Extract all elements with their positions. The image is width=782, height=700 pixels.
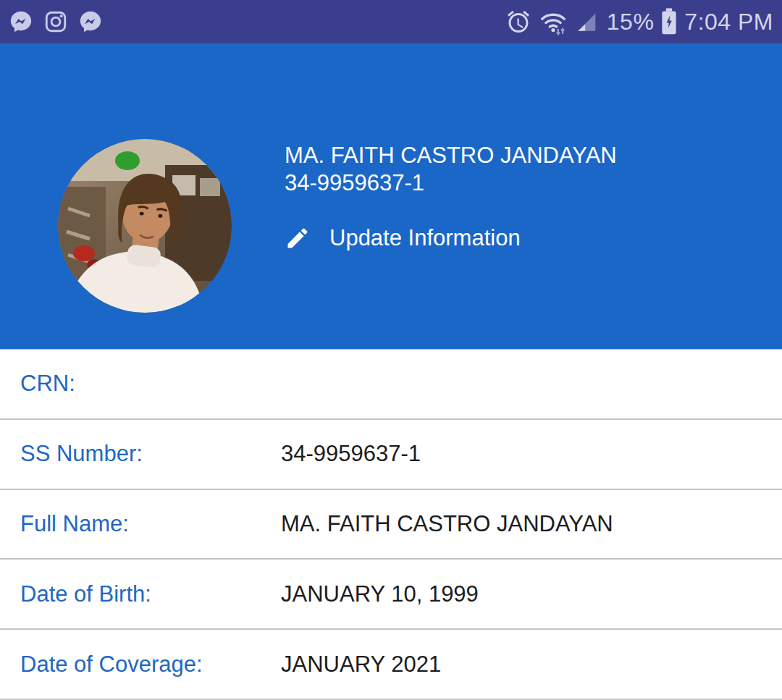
row-value: JANUARY 10, 1999 [281,581,479,607]
row-value: MA. FAITH CASTRO JANDAYAN [281,511,613,537]
detail-row-ss-number: SS Number: 34-9959637-1 [0,420,782,490]
member-details-list: CRN: SS Number: 34-9959637-1 Full Name: … [0,350,782,700]
row-label: Date of Coverage: [20,651,203,678]
member-summary: MA. FAITH CASTRO JANDAYAN 34-9959637-1 U… [285,142,617,253]
profile-header: MA. FAITH CASTRO JANDAYAN 34-9959637-1 U… [0,43,782,350]
clock-time: 7:04 PM [684,9,773,35]
detail-row-full-name: Full Name: MA. FAITH CASTRO JANDAYAN [0,490,782,560]
battery-percent: 15% [607,9,655,35]
signal-icon [575,9,600,34]
wifi-icon [539,7,568,36]
row-label: Full Name: [20,511,129,537]
row-label: Date of Birth: [20,581,151,607]
battery-charging-icon [661,8,677,35]
messenger-icon [78,9,103,34]
member-ss-number: 34-9959637-1 [285,169,617,197]
app-screen: 15% 7:04 PM [0,0,782,700]
detail-row-date-of-birth: Date of Birth: JANUARY 10, 1999 [0,560,782,630]
row-label: SS Number: [20,441,143,467]
detail-row-date-of-coverage: Date of Coverage: JANUARY 2021 [0,630,782,700]
status-bar: 15% 7:04 PM [0,0,782,43]
detail-row-crn: CRN: [0,350,782,420]
row-label: CRN: [20,371,75,397]
instagram-icon [43,9,68,34]
row-value: 34-9959637-1 [281,441,421,467]
edit-pencil-icon [285,225,311,251]
member-name: MA. FAITH CASTRO JANDAYAN [285,142,617,169]
alarm-icon [505,9,531,35]
update-information-button[interactable]: Update Information [285,223,617,253]
notification-icons [9,9,103,34]
messenger-icon [9,9,33,34]
update-information-label: Update Information [329,225,521,251]
avatar [58,139,232,313]
system-status-icons: 15% 7:04 PM [505,7,773,36]
row-value: JANUARY 2021 [281,651,441,678]
